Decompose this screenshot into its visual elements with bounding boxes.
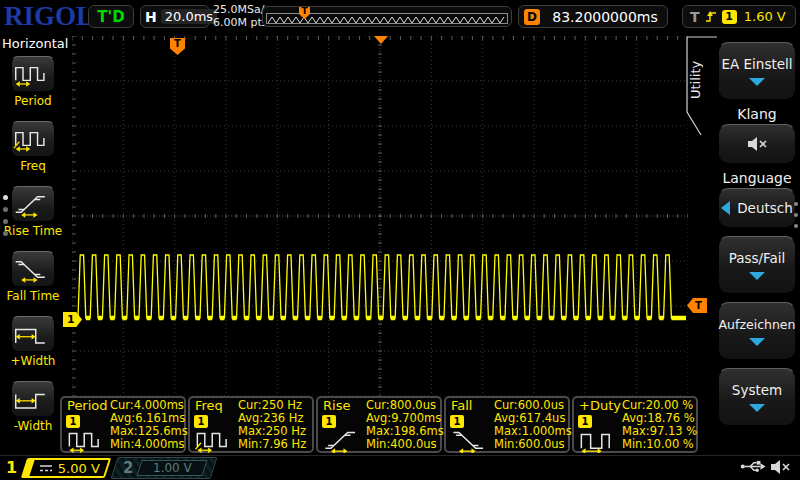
softkey-label: -Width <box>2 419 64 433</box>
measurement-rise[interactable]: Rise 1 Cur:800.0us Avg:9.700ms Max:198.6… <box>316 396 442 453</box>
menu-item-ea-einstell[interactable]: EA Einstell <box>718 42 796 100</box>
channel2-number: 2 <box>123 459 133 477</box>
trigger-delay-box[interactable]: D 83.2000000ms <box>518 5 668 28</box>
horizontal-center-marker[interactable] <box>374 36 388 44</box>
menu-item-aufzeichnen[interactable]: Aufzeichnen <box>718 302 796 360</box>
trigger-status-badge: T'D <box>88 5 134 28</box>
submenu-arrow-icon <box>749 404 765 412</box>
measurement-pos-duty[interactable]: +Duty 1 Cur:20.00 % Avg:18.76 % Max:97.1… <box>572 396 698 453</box>
freq-icon <box>192 427 238 453</box>
softkey-label: +Width <box>2 354 64 368</box>
trigger-level-value: 1.60 V <box>742 9 788 24</box>
softkey-period[interactable]: Period <box>2 56 64 108</box>
scroll-indicator-dot <box>3 231 8 236</box>
rigol-logo: RIGOL <box>4 1 94 32</box>
option-arrow-icon <box>721 201 730 215</box>
softkey-neg-width[interactable]: -Width <box>2 381 64 433</box>
coupling-dc-icon <box>39 463 53 473</box>
period-icon <box>13 60 53 88</box>
submenu-arrow-icon <box>749 78 765 86</box>
oscilloscope-screen: { "topbar": { "logo": "RIGOL", "trigger_… <box>0 0 800 480</box>
menu-page-dot <box>794 202 798 206</box>
rising-edge-icon <box>705 9 717 24</box>
measurement-fall[interactable]: Fall 1 Cur:600.0us Avg:617.4us Max:1.000… <box>444 396 570 453</box>
speaker-muted-icon <box>745 135 769 153</box>
trigger-level-marker[interactable]: T <box>687 298 707 313</box>
left-menu-title: Horizontal <box>2 36 68 51</box>
softkey-label: Fall Time <box>2 289 64 303</box>
horizontal-timebase-box[interactable]: H 20.0ms <box>140 5 210 28</box>
pos-width-icon <box>13 320 53 348</box>
delay-badge: D <box>524 9 540 25</box>
menu-label-klang: Klang <box>718 106 796 122</box>
menu-item-language[interactable]: Deutsch <box>718 188 796 228</box>
softkey-pos-width[interactable]: +Width <box>2 316 64 368</box>
scroll-indicator-dot <box>3 195 8 200</box>
scroll-indicator-dot <box>3 207 8 212</box>
channel1-number[interactable]: 1 <box>6 458 17 477</box>
menu-item-system[interactable]: System <box>718 368 796 426</box>
submenu-arrow-icon <box>749 272 765 280</box>
graticule-display <box>72 36 688 396</box>
speaker-muted-icon <box>768 458 792 476</box>
softkey-freq[interactable]: Freq <box>2 121 64 173</box>
channel2-status[interactable]: 2 1.00 V <box>110 457 217 479</box>
rise-time-icon <box>320 427 366 453</box>
menu-section-title: Utility <box>688 44 703 116</box>
softkey-fall-time[interactable]: Fall Time <box>2 251 64 303</box>
fall-time-icon <box>448 427 494 453</box>
period-icon <box>64 427 110 453</box>
menu-label-language: Language <box>718 170 796 186</box>
softkey-label: Period <box>2 94 64 108</box>
fall-time-icon <box>13 255 53 283</box>
measurement-freq[interactable]: Freq 1 Cur:250 Hz Avg:236 Hz Max:250 Hz … <box>188 396 314 453</box>
menu-item-pass-fail[interactable]: Pass/Fail <box>718 236 796 294</box>
channel2-scale-box: 1.00 V <box>137 460 208 476</box>
menu-page-dot <box>794 213 798 217</box>
trigger-label: T <box>690 9 700 25</box>
timebase-value: 20.0ms <box>161 9 217 24</box>
h-label: H <box>145 9 157 25</box>
scroll-indicator-dot <box>3 219 8 224</box>
channel1-scale-box[interactable]: 5.00 V <box>21 458 111 478</box>
freq-icon <box>13 125 53 153</box>
rise-time-icon <box>13 190 53 218</box>
neg-width-icon <box>13 385 53 413</box>
softkey-label: Freq <box>2 159 64 173</box>
waveform-preview-bar[interactable]: T <box>262 6 512 27</box>
submenu-arrow-icon <box>749 338 765 346</box>
menu-page-dot <box>794 224 798 228</box>
top-status-bar: RIGOL T'D H 20.0ms 25.0MSa/s 6.00M pts T… <box>0 0 800 33</box>
measurement-period[interactable]: Period 1 Cur:4.000ms Avg:6.161ms Max:125… <box>60 396 186 453</box>
trigger-source-badge: 1 <box>722 10 737 24</box>
pos-duty-icon <box>576 427 622 453</box>
trigger-settings-box[interactable]: T 1 1.60 V <box>682 5 796 28</box>
menu-item-klang[interactable] <box>718 124 796 164</box>
delay-value: 83.2000000ms <box>548 9 662 25</box>
softkey-label: Rise Time <box>2 224 64 238</box>
trigger-status-text: T'D <box>97 8 124 26</box>
usb-icon <box>740 459 766 474</box>
softkey-rise-time[interactable]: Rise Time <box>2 186 64 238</box>
